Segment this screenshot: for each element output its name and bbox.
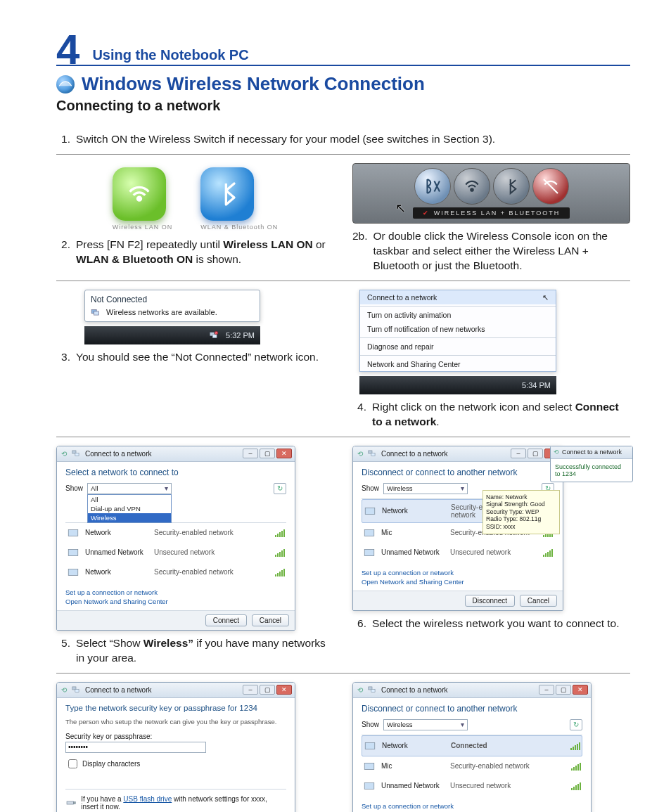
network-row[interactable]: NetworkConnected [362, 735, 582, 756]
network-row[interactable]: Unnamed NetworkUnsecured network [362, 543, 554, 562]
connect-dialog-step6: ⟲ Connect to a network –▢✕ Disconnect or… [352, 446, 563, 612]
passphrase-input[interactable] [65, 742, 206, 753]
network-row[interactable]: Unnamed NetworkUnsecured network [65, 543, 286, 562]
svg-rect-25 [364, 782, 374, 789]
svg-rect-14 [365, 508, 375, 514]
usb-flash-link[interactable]: USB flash drive [123, 795, 172, 803]
tray-not-connected: Not Connected Wireless networks are avai… [84, 290, 260, 344]
disconnect-button[interactable]: Disconnect [465, 595, 515, 607]
connect-button[interactable]: Connect [205, 614, 247, 626]
page-subtitle: Connecting to a network [56, 98, 630, 114]
back-icon[interactable]: ⟲ [61, 450, 67, 458]
network-row[interactable]: Unnamed NetworkUnsecured network [362, 776, 582, 796]
step-3-text: You should see the “Not Connected” netwo… [76, 350, 319, 365]
svg-rect-18 [75, 690, 79, 692]
cancel-button[interactable]: Cancel [520, 595, 557, 607]
refresh-button[interactable]: ↻ [570, 719, 582, 730]
step-2b-text: Or double click the Wireless Console ico… [373, 229, 630, 273]
chapter-title: Using the Notebook PC [92, 47, 248, 63]
show-filter-dropdown[interactable]: All All Dial-up and VPN Wireless [87, 483, 172, 494]
network-row[interactable]: MicSecurity-enabled network [362, 756, 582, 776]
svg-rect-16 [364, 549, 374, 555]
minimize-button[interactable]: – [243, 449, 258, 458]
svg-rect-3 [94, 311, 99, 315]
svg-rect-10 [68, 549, 78, 555]
svg-rect-22 [371, 690, 375, 692]
network-tray-icon[interactable] [209, 330, 219, 340]
wlan-only-icon[interactable] [454, 168, 490, 205]
page-title: Windows Wireless Network Connection [82, 73, 425, 95]
svg-rect-24 [364, 763, 374, 769]
connect-dialog-step7: ⟲ Connect to a network –▢✕ Type the netw… [56, 682, 295, 812]
bluetooth-on-icon [200, 167, 254, 221]
ctx-item[interactable]: Network and Sharing Center [360, 357, 556, 371]
svg-rect-20 [74, 802, 76, 804]
tray-clock: 5:34 PM [522, 381, 551, 389]
wifi-on-icon [113, 167, 166, 221]
network-icon [71, 449, 81, 458]
ctx-item[interactable]: Turn off notification of new networks [360, 322, 556, 336]
svg-rect-9 [68, 529, 78, 536]
wireless-console-toolbar: ✔Wireless LAN + Bluetooth ↖ [352, 163, 630, 224]
show-filter-dropdown[interactable]: Wireless [383, 719, 468, 730]
maximize-button[interactable]: ▢ [260, 449, 275, 458]
chapter-number: 4 [56, 31, 79, 69]
network-sharing-link[interactable]: Open Network and Sharing Center [65, 598, 168, 605]
svg-rect-19 [67, 801, 73, 804]
network-row[interactable]: NetworkSecurity-enabled network [65, 562, 286, 582]
network-context-menu-shot: Connect to a network↖ Turn on activity a… [359, 290, 556, 394]
passphrase-label: Security key or passphrase: [65, 733, 286, 740]
step-5-text: Select “Show Wireless” if you have many … [76, 636, 334, 666]
show-filter-dropdown[interactable]: Wireless [383, 483, 468, 494]
wlan-bt-combo-icon[interactable] [414, 168, 451, 205]
ctx-item[interactable]: Turn on activity animation [360, 308, 556, 322]
connect-dialog-step5: ⟲ Connect to a network –▢✕ Select a netw… [56, 446, 295, 631]
svg-point-0 [137, 197, 141, 200]
ctx-item[interactable]: Diagnose and repair [360, 340, 556, 354]
usb-hint: If you have a USB flash drive with netwo… [65, 789, 286, 811]
svg-rect-5 [212, 335, 217, 338]
svg-point-1 [471, 188, 473, 191]
refresh-button[interactable]: ↻ [274, 483, 286, 494]
setup-connection-link[interactable]: Set up a connection or network [65, 588, 158, 596]
wireless-off-icon[interactable] [532, 168, 569, 205]
tray-clock: 5:32 PM [226, 331, 255, 340]
close-button[interactable]: ✕ [276, 449, 292, 458]
step-1-text: Switch ON the Wireless Switch if necessa… [76, 132, 495, 147]
bluetooth-only-icon[interactable] [493, 168, 530, 205]
wireless-console-label: ✔Wireless LAN + Bluetooth [413, 207, 570, 219]
step-6-text: Select the wireless network you want to … [372, 617, 620, 631]
step-number: 1. [56, 132, 70, 147]
step-2a-text: Press [FN F2] repeatedly until Wireless … [76, 238, 334, 267]
svg-rect-15 [364, 529, 374, 536]
wireless-status-icons: Wireless LAN ON WLAN & Bluetooth ON [56, 163, 334, 232]
connect-dialog-step8: ⟲ Connect to a network –▢✕ Disconnect or… [352, 682, 592, 812]
globe-wireless-icon [56, 75, 75, 94]
network-row[interactable]: NetworkSecurity-enabled network [65, 523, 286, 543]
svg-rect-13 [371, 453, 375, 456]
svg-rect-23 [365, 742, 375, 749]
step-4-text: Right click on the network icon and sele… [372, 400, 630, 430]
ctx-connect-to-network[interactable]: Connect to a network↖ [360, 290, 556, 304]
svg-rect-11 [68, 569, 78, 575]
usb-drive-icon [65, 797, 77, 809]
network-info-tooltip: Name: Network Signal Strength: Good Secu… [483, 490, 560, 534]
svg-rect-8 [75, 453, 79, 456]
success-mini-window: ⟲Connect to a network Successfully conne… [550, 446, 633, 482]
monitors-icon [91, 307, 101, 317]
display-chars-checkbox[interactable] [68, 759, 77, 768]
cancel-button[interactable]: Cancel [252, 614, 289, 626]
cursor-icon: ↖ [395, 200, 406, 216]
